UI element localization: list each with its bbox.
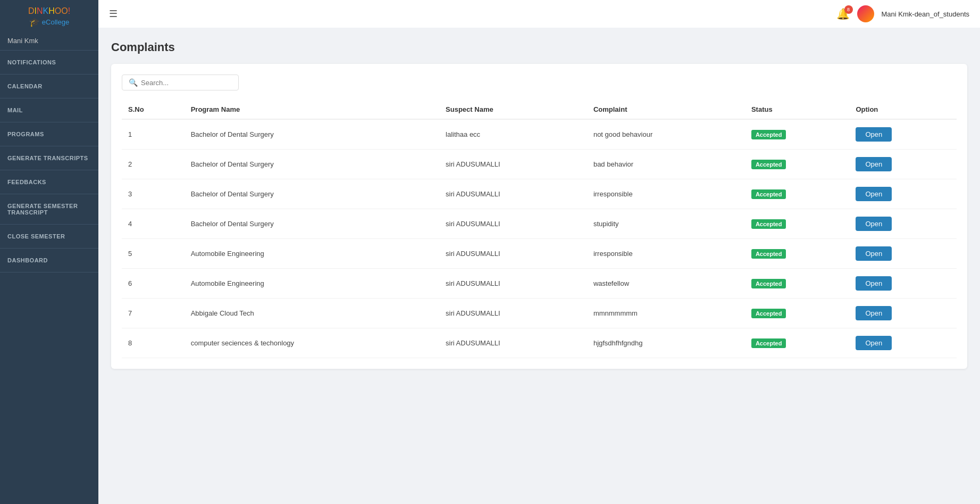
open-button[interactable]: Open bbox=[856, 336, 892, 350]
cell-option[interactable]: Open bbox=[849, 150, 957, 179]
topbar-right: 🔔 8 Mani Kmk-dean_of_students bbox=[836, 5, 969, 22]
col-sno: S.No bbox=[122, 100, 185, 119]
table-header: S.No Program Name Suspect Name Complaint… bbox=[122, 100, 957, 119]
table-row: 5 Automobile Engineering siri ADUSUMALLI… bbox=[122, 239, 957, 269]
sidebar-item-dashboard[interactable]: Dashboard bbox=[0, 249, 98, 272]
cell-status: Accepted bbox=[745, 239, 850, 269]
complaints-table: S.No Program Name Suspect Name Complaint… bbox=[122, 100, 957, 358]
cell-complaint: irresponsible bbox=[587, 239, 745, 269]
cell-option[interactable]: Open bbox=[849, 299, 957, 328]
cell-suspect: siri ADUSUMALLI bbox=[439, 239, 587, 269]
cell-status: Accepted bbox=[745, 119, 850, 150]
status-badge: Accepted bbox=[751, 189, 786, 199]
open-button[interactable]: Open bbox=[856, 157, 892, 171]
cell-status: Accepted bbox=[745, 269, 850, 299]
cell-sno: 7 bbox=[122, 299, 185, 328]
cell-program: computer seciences & techonlogy bbox=[185, 328, 439, 358]
status-badge: Accepted bbox=[751, 219, 786, 229]
open-button[interactable]: Open bbox=[856, 217, 892, 231]
cell-complaint: irresponsible bbox=[587, 179, 745, 209]
col-complaint: Complaint bbox=[587, 100, 745, 119]
topbar: ☰ 🔔 8 Mani Kmk-dean_of_students bbox=[98, 0, 980, 28]
cell-suspect: siri ADUSUMALLI bbox=[439, 150, 587, 179]
status-badge: Accepted bbox=[751, 160, 786, 169]
status-badge: Accepted bbox=[751, 338, 786, 348]
status-badge: Accepted bbox=[751, 309, 786, 318]
cell-program: Bachelor of Dental Surgery bbox=[185, 209, 439, 239]
cell-sno: 4 bbox=[122, 209, 185, 239]
status-badge: Accepted bbox=[751, 130, 786, 139]
cell-status: Accepted bbox=[745, 150, 850, 179]
col-program: Program Name bbox=[185, 100, 439, 119]
table-body: 1 Bachelor of Dental Surgery lalithaa ec… bbox=[122, 119, 957, 358]
cell-program: Automobile Engineering bbox=[185, 269, 439, 299]
page-title: Complaints bbox=[111, 40, 967, 54]
col-status: Status bbox=[745, 100, 850, 119]
cell-complaint: mmnmmmmm bbox=[587, 299, 745, 328]
cell-complaint: hjgfsdhfhfgndhg bbox=[587, 328, 745, 358]
cell-sno: 2 bbox=[122, 150, 185, 179]
menu-icon[interactable]: ☰ bbox=[109, 8, 118, 20]
cell-program: Bachelor of Dental Surgery bbox=[185, 179, 439, 209]
cell-sno: 3 bbox=[122, 179, 185, 209]
cell-suspect: lalithaa ecc bbox=[439, 119, 587, 150]
cell-sno: 6 bbox=[122, 269, 185, 299]
cell-status: Accepted bbox=[745, 209, 850, 239]
cell-complaint: not good behaviour bbox=[587, 119, 745, 150]
search-icon: 🔍 bbox=[129, 78, 138, 87]
sidebar: DINKHOO! 🎓 eCollege Mani Kmk NOTIFICATIO… bbox=[0, 0, 98, 504]
cell-program: Abbigale Cloud Tech bbox=[185, 299, 439, 328]
user-display-name: Mani Kmk-dean_of_students bbox=[882, 10, 969, 18]
main-area: ☰ 🔔 8 Mani Kmk-dean_of_students Complain… bbox=[98, 0, 980, 504]
sidebar-item-programs[interactable]: PROGRAMS bbox=[0, 122, 98, 146]
notification-bell[interactable]: 🔔 8 bbox=[836, 7, 850, 20]
notification-badge: 8 bbox=[844, 5, 853, 14]
topbar-left: ☰ bbox=[109, 8, 118, 20]
cell-complaint: bad behavior bbox=[587, 150, 745, 179]
sidebar-item-generate-semester-transcript[interactable]: GENERATE SEMESTER TRANSCRIPT bbox=[0, 194, 98, 225]
logo-text: DINKHOO! bbox=[5, 6, 93, 16]
cell-suspect: siri ADUSUMALLI bbox=[439, 328, 587, 358]
cell-status: Accepted bbox=[745, 328, 850, 358]
sidebar-user: Mani Kmk bbox=[0, 31, 98, 51]
col-suspect: Suspect Name bbox=[439, 100, 587, 119]
cell-status: Accepted bbox=[745, 299, 850, 328]
col-option: Option bbox=[849, 100, 957, 119]
cell-suspect: siri ADUSUMALLI bbox=[439, 179, 587, 209]
open-button[interactable]: Open bbox=[856, 127, 892, 142]
cell-suspect: siri ADUSUMALLI bbox=[439, 269, 587, 299]
cell-option[interactable]: Open bbox=[849, 209, 957, 239]
cell-status: Accepted bbox=[745, 179, 850, 209]
cell-option[interactable]: Open bbox=[849, 328, 957, 358]
search-input[interactable] bbox=[141, 79, 232, 87]
complaints-card: 🔍 S.No Program Name Suspect Name Complai… bbox=[111, 64, 967, 369]
sidebar-item-close-semester[interactable]: CLOSE SEMESTER bbox=[0, 225, 98, 249]
cell-program: Automobile Engineering bbox=[185, 239, 439, 269]
avatar bbox=[857, 5, 874, 22]
sidebar-item-notifications[interactable]: NOTIFICATIONS bbox=[0, 51, 98, 75]
cell-program: Bachelor of Dental Surgery bbox=[185, 119, 439, 150]
cell-option[interactable]: Open bbox=[849, 269, 957, 299]
sidebar-item-calendar[interactable]: CALENDAR bbox=[0, 75, 98, 98]
cell-sno: 1 bbox=[122, 119, 185, 150]
table-row: 4 Bachelor of Dental Surgery siri ADUSUM… bbox=[122, 209, 957, 239]
sidebar-item-feedbacks[interactable]: FEEDBACKS bbox=[0, 170, 98, 194]
table-row: 1 Bachelor of Dental Surgery lalithaa ec… bbox=[122, 119, 957, 150]
hat-icon: 🎓 bbox=[29, 17, 40, 27]
cell-sno: 5 bbox=[122, 239, 185, 269]
open-button[interactable]: Open bbox=[856, 306, 892, 320]
open-button[interactable]: Open bbox=[856, 246, 892, 261]
cell-option[interactable]: Open bbox=[849, 119, 957, 150]
sidebar-item-mail[interactable]: MAIL bbox=[0, 98, 98, 122]
sidebar-logo: DINKHOO! 🎓 eCollege bbox=[0, 0, 98, 31]
status-badge: Accepted bbox=[751, 249, 786, 259]
cell-option[interactable]: Open bbox=[849, 239, 957, 269]
content-area: Complaints 🔍 S.No Program Name Suspect N… bbox=[98, 28, 980, 504]
table-row: 3 Bachelor of Dental Surgery siri ADUSUM… bbox=[122, 179, 957, 209]
sidebar-item-generate-transcripts[interactable]: GENERATE TRANSCRIPTS bbox=[0, 146, 98, 170]
open-button[interactable]: Open bbox=[856, 276, 892, 291]
cell-option[interactable]: Open bbox=[849, 179, 957, 209]
cell-sno: 8 bbox=[122, 328, 185, 358]
cell-suspect: siri ADUSUMALLI bbox=[439, 209, 587, 239]
open-button[interactable]: Open bbox=[856, 187, 892, 201]
